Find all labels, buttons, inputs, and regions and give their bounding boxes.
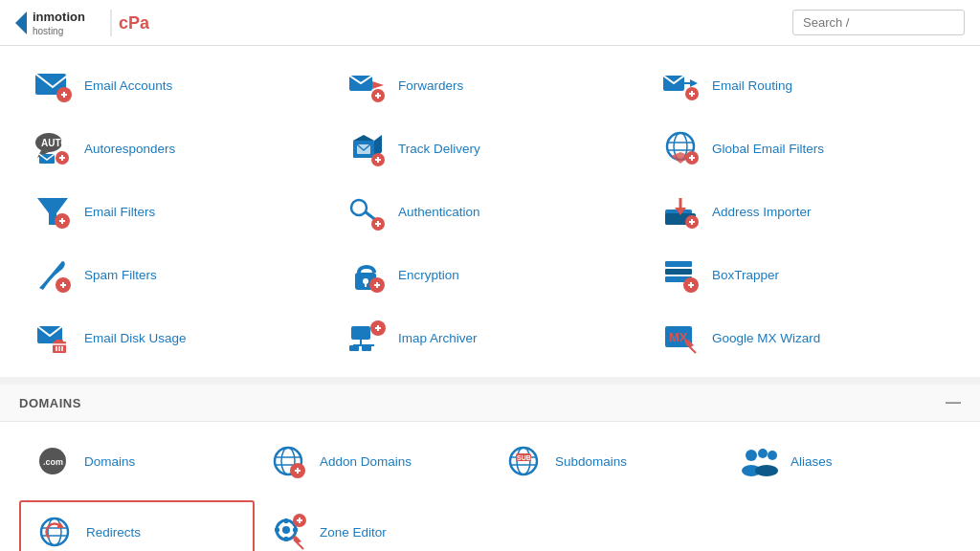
- email-accounts-icon: [31, 63, 75, 107]
- aliases-icon: [737, 439, 781, 483]
- item-google-mx-wizard[interactable]: MX Google MX Wizard: [647, 308, 961, 367]
- svg-point-112: [755, 465, 778, 476]
- item-redirects[interactable]: Redirects: [19, 500, 255, 551]
- svg-rect-85: [362, 345, 371, 351]
- item-label-email-disk-usage: Email Disk Usage: [84, 331, 187, 345]
- item-addon-domains[interactable]: Addon Domains: [255, 431, 490, 491]
- svg-rect-77: [56, 340, 63, 342]
- svg-rect-120: [284, 518, 288, 523]
- redirects-icon: [33, 510, 77, 551]
- forwarders-icon: [345, 63, 389, 107]
- address-importer-icon: [658, 189, 702, 233]
- item-label-subdomains: Subdomains: [555, 454, 627, 469]
- item-spam-filters[interactable]: Spam Filters: [19, 245, 333, 304]
- item-label-authentication: Authentication: [398, 205, 480, 219]
- item-global-email-filters[interactable]: Global Email Filters: [647, 119, 961, 178]
- svg-point-114: [48, 518, 61, 545]
- svg-rect-84: [349, 345, 359, 351]
- svg-text:AUTO: AUTO: [41, 138, 68, 148]
- item-track-delivery[interactable]: Track Delivery: [333, 119, 647, 178]
- addon-domains-icon: [266, 439, 310, 483]
- svg-text:cPanel: cPanel: [119, 13, 149, 33]
- item-email-filters[interactable]: Email Filters: [19, 182, 333, 241]
- email-items-grid: Email Accounts Forwarders: [19, 55, 961, 367]
- item-zone-editor[interactable]: Zone Editor: [255, 500, 490, 551]
- item-label-google-mx-wizard: Google MX Wizard: [712, 331, 820, 345]
- svg-point-110: [768, 451, 777, 460]
- item-label-email-accounts: Email Accounts: [84, 78, 172, 93]
- item-label-track-delivery: Track Delivery: [398, 142, 480, 156]
- svg-text:.com: .com: [43, 457, 63, 467]
- item-address-importer[interactable]: Address Importer: [647, 182, 961, 241]
- item-label-global-email-filters: Global Email Filters: [712, 142, 824, 156]
- item-authentication[interactable]: Authentication: [333, 182, 647, 241]
- item-label-addon-domains: Addon Domains: [320, 454, 412, 469]
- inmotion-logo: inmotion hosting cPanel: [15, 6, 149, 40]
- item-email-routing[interactable]: Email Routing: [647, 55, 961, 115]
- svg-point-119: [282, 526, 290, 534]
- item-label-redirects: Redirects: [86, 525, 141, 540]
- item-imap-archiver[interactable]: Imap Archiver: [333, 308, 647, 367]
- item-forwarders[interactable]: Forwarders: [333, 55, 647, 115]
- spam-filters-icon: [31, 253, 75, 297]
- svg-point-108: [746, 450, 757, 461]
- svg-rect-81: [351, 326, 370, 340]
- svg-text:hosting: hosting: [33, 26, 63, 36]
- item-domains[interactable]: .com Domains: [19, 431, 255, 491]
- svg-marker-10: [372, 81, 384, 89]
- domains-section-header: DOMAINS —: [0, 385, 980, 422]
- domains-section: DOMAINS — .com Domains: [0, 385, 980, 551]
- subdomains-icon: SUB: [501, 439, 546, 483]
- item-label-boxtrapper: BoxTrapper: [712, 268, 779, 282]
- item-label-autoresponders: Autoresponders: [84, 142, 175, 156]
- item-label-email-routing: Email Routing: [712, 78, 792, 93]
- svg-rect-123: [293, 528, 298, 532]
- item-subdomains[interactable]: SUB Subdomains: [490, 431, 725, 491]
- item-label-forwarders: Forwarders: [398, 78, 463, 93]
- logo-area: inmotion hosting cPanel: [15, 6, 149, 40]
- track-delivery-icon: [345, 126, 389, 170]
- global-email-filters-icon: [658, 126, 702, 170]
- item-email-accounts[interactable]: Email Accounts: [19, 55, 333, 115]
- collapse-icon[interactable]: —: [946, 394, 961, 411]
- item-label-imap-archiver: Imap Archiver: [398, 331, 478, 345]
- svg-point-46: [351, 200, 367, 215]
- item-email-disk-usage[interactable]: Email Disk Usage: [19, 308, 333, 367]
- svg-point-113: [41, 518, 68, 545]
- domains-section-title: DOMAINS: [19, 396, 81, 410]
- domains-row1-grid: .com Domains: [0, 422, 980, 500]
- svg-rect-122: [275, 528, 279, 532]
- item-label-encryption: Encryption: [398, 268, 459, 282]
- svg-rect-69: [665, 269, 692, 275]
- item-aliases[interactable]: Aliases: [725, 431, 961, 491]
- header: inmotion hosting cPanel: [0, 0, 980, 46]
- svg-point-109: [758, 449, 768, 458]
- svg-marker-16: [690, 79, 698, 87]
- email-routing-icon: [658, 63, 702, 107]
- authentication-icon: [345, 189, 389, 233]
- item-label-domains: Domains: [84, 454, 135, 469]
- email-section: Email Accounts Forwarders: [0, 46, 980, 377]
- item-label-aliases: Aliases: [791, 454, 833, 469]
- imap-archiver-icon: [345, 316, 389, 360]
- item-label-spam-filters: Spam Filters: [84, 268, 157, 282]
- boxtrapper-icon: [658, 253, 702, 297]
- svg-marker-28: [353, 135, 374, 141]
- item-encryption[interactable]: Encryption: [333, 245, 647, 304]
- svg-text:inmotion: inmotion: [33, 10, 85, 24]
- item-autoresponders[interactable]: AUTO Autoresponders: [19, 119, 333, 178]
- item-boxtrapper[interactable]: BoxTrapper: [647, 245, 961, 304]
- svg-rect-68: [665, 261, 692, 267]
- autoresponders-icon: AUTO: [31, 126, 75, 170]
- item-label-email-filters: Email Filters: [84, 205, 155, 219]
- item-label-zone-editor: Zone Editor: [320, 525, 387, 540]
- domains-icon: .com: [31, 439, 75, 483]
- email-disk-usage-icon: [31, 316, 75, 360]
- encryption-icon: [345, 253, 389, 297]
- search-input[interactable]: [792, 10, 965, 35]
- svg-text:SUB: SUB: [517, 454, 531, 461]
- item-label-address-importer: Address Importer: [712, 205, 812, 219]
- google-mx-wizard-icon: MX: [658, 316, 702, 360]
- svg-rect-121: [284, 537, 288, 541]
- inmotion-logo-svg: inmotion hosting cPanel: [15, 6, 149, 40]
